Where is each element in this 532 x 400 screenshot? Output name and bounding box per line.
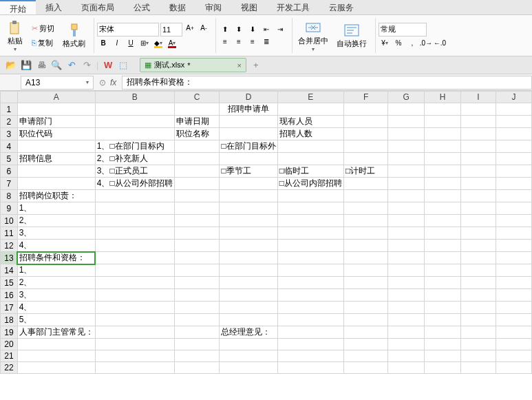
- cell-F11[interactable]: [343, 227, 387, 240]
- number-format-select[interactable]: [379, 23, 427, 36]
- cell-I13[interactable]: [460, 252, 496, 264]
- align-left-button[interactable]: ≡: [219, 36, 231, 48]
- cell-G19[interactable]: [388, 326, 425, 339]
- cell-E12[interactable]: [277, 240, 343, 252]
- cell-C13[interactable]: [174, 252, 220, 264]
- cell-G13[interactable]: [388, 252, 425, 264]
- row-header-5[interactable]: 5: [1, 153, 18, 165]
- cell-C20[interactable]: [174, 339, 220, 350]
- row-header-11[interactable]: 11: [1, 227, 18, 240]
- cell-B18[interactable]: [95, 314, 174, 326]
- cell-I11[interactable]: [460, 227, 496, 240]
- cell-I15[interactable]: [460, 277, 496, 289]
- font-name-select[interactable]: [97, 23, 159, 36]
- row-header-4[interactable]: 4: [1, 140, 18, 153]
- spreadsheet-grid[interactable]: ABCDEFGHIJ1招聘申请单2申请部门申请日期现有人员3职位代码职位名称招聘…: [0, 91, 532, 400]
- cell-G16[interactable]: [388, 289, 425, 302]
- cell-G4[interactable]: [388, 140, 425, 153]
- cell-E11[interactable]: [277, 227, 343, 240]
- cell-B2[interactable]: [95, 116, 174, 128]
- cell-H18[interactable]: [425, 314, 461, 326]
- fill-color-button[interactable]: ◆▾: [152, 38, 164, 49]
- cell-G12[interactable]: [388, 240, 425, 252]
- cell-C16[interactable]: [174, 289, 220, 302]
- cell-D3[interactable]: [220, 128, 277, 140]
- cell-H9[interactable]: [425, 202, 461, 215]
- cell-D7[interactable]: [220, 178, 277, 190]
- cell-J5[interactable]: [496, 153, 532, 165]
- font-size-select[interactable]: [160, 23, 182, 36]
- cell-C17[interactable]: [174, 302, 220, 314]
- cell-H15[interactable]: [425, 277, 461, 289]
- cell-F1[interactable]: [343, 103, 387, 116]
- add-tab-button[interactable]: +: [251, 60, 262, 71]
- cell-F19[interactable]: [343, 326, 387, 339]
- align-bottom-button[interactable]: ⬇: [246, 24, 259, 35]
- col-header-H[interactable]: H: [425, 92, 461, 103]
- cell-B12[interactable]: [95, 240, 174, 252]
- cell-E14[interactable]: [277, 264, 343, 277]
- cell-H16[interactable]: [425, 289, 461, 302]
- formula-input[interactable]: 招聘条件和资格：: [122, 76, 532, 90]
- cell-D8[interactable]: [220, 190, 277, 202]
- cell-C9[interactable]: [174, 202, 220, 215]
- cell-E5[interactable]: [277, 153, 343, 165]
- cell-J15[interactable]: [496, 277, 532, 289]
- cell-B21[interactable]: [95, 350, 174, 362]
- tab-dev[interactable]: 开发工具: [267, 0, 319, 14]
- cell-J16[interactable]: [496, 289, 532, 302]
- row-header-15[interactable]: 15: [1, 277, 18, 289]
- cell-H12[interactable]: [425, 240, 461, 252]
- cell-E6[interactable]: □临时工: [277, 165, 343, 178]
- cell-I19[interactable]: [460, 326, 496, 339]
- cell-I14[interactable]: [460, 264, 496, 277]
- cell-I22[interactable]: [460, 362, 496, 374]
- cell-E7[interactable]: □从公司内部招聘: [277, 178, 343, 190]
- row-header-3[interactable]: 3: [1, 128, 18, 140]
- currency-button[interactable]: ¥▾: [379, 38, 391, 49]
- save-icon[interactable]: 💾: [21, 60, 32, 71]
- cell-J13[interactable]: [496, 252, 532, 264]
- cell-E21[interactable]: [277, 350, 343, 362]
- cell-F21[interactable]: [343, 350, 387, 362]
- cell-B5[interactable]: 2、□补充新人: [95, 153, 174, 165]
- cell-I3[interactable]: [460, 128, 496, 140]
- cell-C1[interactable]: [174, 103, 220, 116]
- cell-A8[interactable]: 招聘岗位职责：: [17, 190, 95, 202]
- percent-button[interactable]: %: [392, 38, 405, 49]
- cell-G14[interactable]: [388, 264, 425, 277]
- merge-center-button[interactable]: 合并居中▾: [295, 18, 331, 54]
- cell-H2[interactable]: [425, 116, 461, 128]
- cell-J1[interactable]: [496, 103, 532, 116]
- cell-E4[interactable]: [277, 140, 343, 153]
- cell-E10[interactable]: [277, 215, 343, 227]
- tab-home[interactable]: 开始: [0, 0, 36, 14]
- row-header-19[interactable]: 19: [1, 326, 18, 339]
- tab-formula[interactable]: 公式: [124, 0, 160, 14]
- cell-H6[interactable]: [425, 165, 461, 178]
- cell-D2[interactable]: [220, 116, 277, 128]
- paste-button[interactable]: 粘贴▾: [4, 18, 26, 54]
- align-middle-button[interactable]: ⬍: [233, 24, 245, 35]
- cell-A7[interactable]: [17, 178, 95, 190]
- cell-J18[interactable]: [496, 314, 532, 326]
- cell-D18[interactable]: [220, 314, 277, 326]
- cell-F7[interactable]: [343, 178, 387, 190]
- cell-H22[interactable]: [425, 362, 461, 374]
- cell-B13[interactable]: [95, 252, 174, 264]
- cell-J11[interactable]: [496, 227, 532, 240]
- cell-B6[interactable]: 3、□正式员工: [95, 165, 174, 178]
- row-header-2[interactable]: 2: [1, 116, 18, 128]
- select-all-corner[interactable]: [1, 92, 18, 103]
- cell-A6[interactable]: [17, 165, 95, 178]
- cell-A5[interactable]: 招聘信息: [17, 153, 95, 165]
- cell-I7[interactable]: [460, 178, 496, 190]
- cell-H7[interactable]: [425, 178, 461, 190]
- cell-A20[interactable]: [17, 339, 95, 350]
- align-top-button[interactable]: ⬆: [219, 24, 231, 35]
- row-header-8[interactable]: 8: [1, 190, 18, 202]
- cell-I16[interactable]: [460, 289, 496, 302]
- cell-D17[interactable]: [220, 302, 277, 314]
- col-header-C[interactable]: C: [174, 92, 220, 103]
- cell-J20[interactable]: [496, 339, 532, 350]
